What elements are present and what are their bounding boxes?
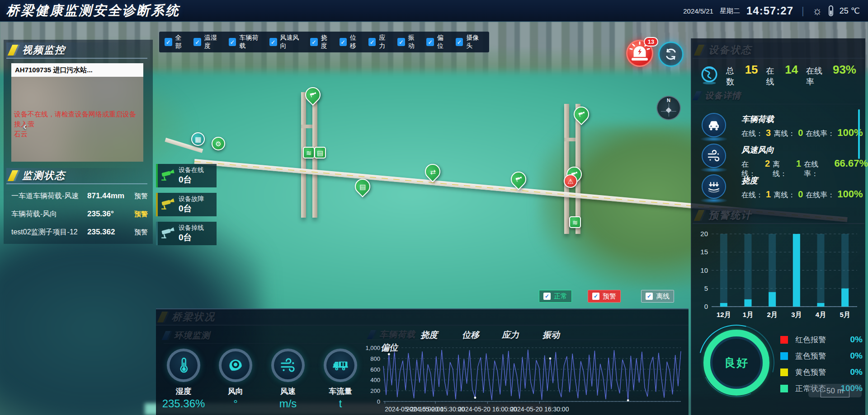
svg-text:1,000: 1,000 (365, 345, 380, 351)
video-player[interactable]: AH7109735 进口污水站... 设备不在线，请检查设备网络或重启设备接入萤… (11, 63, 143, 162)
filter-vehicle-load[interactable]: ✓车辆荷载 (229, 34, 263, 50)
legend-row: 红色报警 0% (780, 334, 863, 345)
cctv-camera-icon (160, 197, 176, 212)
legend-warning-button[interactable]: ✓ 预警 (588, 290, 621, 303)
checkbox-checked-icon[interactable]: ✓ (543, 293, 551, 300)
map-marker-monitor[interactable]: ▦ (191, 132, 205, 146)
device-list-scrollbar[interactable] (858, 109, 860, 159)
legend-normal-button[interactable]: ✓ 正常 (539, 290, 572, 303)
svg-text:3月: 3月 (791, 311, 802, 318)
svg-text:5月: 5月 (840, 311, 850, 318)
device-stats: 在线：2 离线：1 在线率：66.67% (741, 158, 868, 179)
filter-vibration[interactable]: ✓振动 (397, 34, 420, 50)
deflection-icon (702, 174, 726, 199)
video-section-title: 视频监控 (22, 43, 66, 57)
compass-control[interactable]: N (656, 96, 681, 120)
svg-text:2024-05-20 16:00:00: 2024-05-20 16:00:00 (458, 406, 517, 413)
monitor-section-header: 监测状态 (6, 168, 147, 184)
yellow-warning-swatch (780, 368, 788, 376)
tab-displacement[interactable]: 位移 (462, 329, 479, 341)
svg-text:200: 200 (370, 387, 380, 394)
filter-camera[interactable]: ✓摄像头 (456, 34, 484, 50)
legend-offline-button[interactable]: ✓ 离线 (641, 290, 674, 303)
refresh-button[interactable] (658, 42, 684, 67)
monitor-section-title: 监测状态 (22, 169, 66, 182)
wind-icon (271, 349, 305, 382)
filter-stress[interactable]: ✓应力 (368, 34, 391, 50)
camera-name: AH7109735 进口污水站... (11, 63, 143, 77)
map-filter-bar: ✓全部 ✓温湿度 ✓车辆荷载 ✓风速风向 ✓挠度 ✓位移 ✓应力 ✓振动 ✓偏位… (159, 32, 489, 52)
refresh-icon (663, 47, 679, 62)
device-totals-row: 总数15 在线14 在线率93% (699, 64, 856, 86)
device-stats: 在线：3 离线：0 在线率：100% (741, 127, 863, 139)
wind-speed-metric: 风速 m/s (263, 349, 313, 410)
traffic-metric: 车流量 t (316, 349, 365, 410)
svg-text:20: 20 (700, 230, 708, 238)
sun-weather-icon: ☼ (812, 5, 822, 17)
yellow-slash-icon (8, 170, 19, 181)
monitor-row: test02监测子项目-12 235.362 预警 (11, 223, 148, 241)
device-online-card: 设备在线 0台 (156, 164, 217, 187)
filter-deflection[interactable]: ✓挠度 (310, 34, 332, 50)
checkbox-checked-icon[interactable]: ✓ (592, 293, 599, 300)
map-marker-sensor[interactable]: ≋ (569, 216, 581, 228)
svg-text:2024-05-20 15:30:00: 2024-05-20 15:30:00 (406, 406, 465, 413)
svg-text:1月: 1月 (743, 311, 753, 318)
wind-icon (702, 144, 726, 168)
map-marker-wave[interactable]: ▤ (314, 147, 326, 159)
filter-temp-humidity[interactable]: ✓温湿度 (193, 34, 222, 50)
tab-deflection[interactable]: 挠度 (420, 329, 438, 341)
health-gauge: 良好 (703, 330, 769, 396)
status-badge: 预警 (131, 228, 148, 237)
tab-deviation[interactable]: 偏位 (381, 342, 398, 354)
checkbox-checked-icon[interactable]: ✓ (646, 293, 653, 300)
wind-direction-icon (219, 349, 252, 382)
alarm-count-badge: 13 (644, 37, 658, 47)
device-stats: 在线：1 离线：0 在线率：100% (741, 188, 863, 200)
svg-text:12月: 12月 (717, 311, 731, 318)
header-clock: 14:57:27 (746, 5, 793, 17)
device-name: 风速风向 (741, 145, 774, 155)
checkbox-checked-icon[interactable]: ✓ (165, 38, 172, 46)
svg-text:15: 15 (700, 248, 708, 256)
device-name: 挠度 (741, 175, 758, 186)
svg-text:2024-05-20 16:30:00: 2024-05-20 16:30:00 (510, 406, 569, 413)
tab-stress[interactable]: 应力 (502, 329, 519, 341)
monitor-row: 一车道车辆荷载-风速 871.44mm 预警 (11, 187, 148, 205)
filter-wind[interactable]: ✓风速风向 (269, 34, 303, 50)
cctv-camera-icon (160, 168, 176, 183)
monitor-row: 车辆荷载-风向 235.36° 预警 (11, 205, 148, 223)
header-right: 2024/5/21 星期二 14:57:27 | ☼ 25 ℃ (683, 0, 860, 22)
cctv-camera-icon (160, 226, 176, 241)
svg-text:400: 400 (370, 377, 380, 383)
svg-text:4月: 4月 (816, 311, 826, 318)
header-divider: | (802, 5, 804, 17)
header-weekday: 星期二 (720, 7, 740, 15)
svg-text:0: 0 (704, 303, 708, 310)
video-feed[interactable]: 设备不在线，请检查设备网络或重启设备接入萤 石云 ‹ (11, 77, 143, 162)
thermometer-icon (829, 5, 833, 16)
blue-warning-swatch (780, 352, 788, 360)
compass-needle (666, 107, 672, 113)
health-gauge-label: 良好 (724, 355, 749, 370)
header-date: 2024/5/21 (683, 7, 713, 15)
video-prev-arrow[interactable]: ‹ (23, 120, 27, 133)
tab-vibration[interactable]: 振动 (542, 329, 560, 341)
legend-row: 黄色预警 0% (780, 367, 863, 378)
map-marker-gear[interactable]: ⚙ (212, 137, 225, 150)
legend-row: 蓝色预警 0% (780, 350, 863, 361)
filter-all[interactable]: ✓全部 (165, 34, 187, 50)
humidity-metric: 湿度 235.36% (159, 349, 208, 410)
red-alarm-swatch (780, 336, 788, 344)
svg-text:10: 10 (700, 266, 708, 274)
video-section-header: 视频监控 (6, 42, 147, 59)
map-marker-sensor[interactable]: ≋ (303, 147, 315, 159)
video-error-text: 设备不在线，请检查设备网络或重启设备接入萤 石云 (14, 109, 142, 139)
svg-text:0: 0 (377, 398, 380, 405)
alarm-button[interactable]: 13 (626, 40, 653, 67)
map-marker-alarm[interactable]: ⚠ (564, 174, 577, 188)
bridge-monitor-dashboard: ▦⚙≋▤⇄▤⚠≋ 桥梁健康监测安全诊断系统 2024/5/21 星期二 14:5… (0, 0, 868, 415)
app-title: 桥梁健康监测安全诊断系统 (6, 2, 180, 20)
filter-displacement[interactable]: ✓位移 (340, 34, 362, 50)
filter-deviation[interactable]: ✓偏位 (426, 34, 448, 50)
